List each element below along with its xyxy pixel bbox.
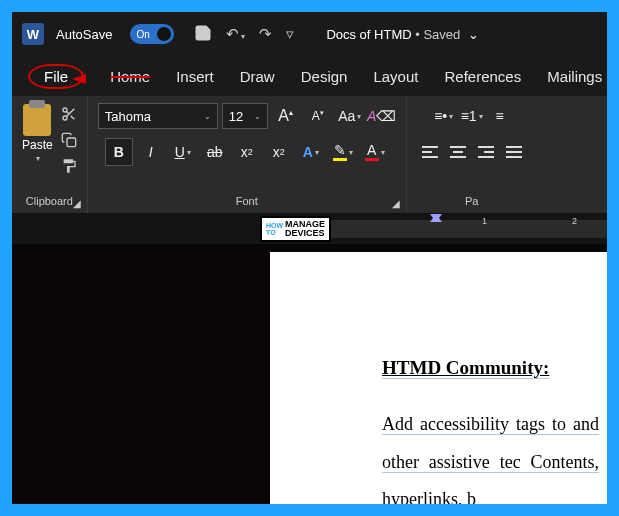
doc-body: Add accessibility tags to and other assi… (382, 406, 599, 504)
grow-font-button[interactable]: A▴ (272, 102, 300, 130)
group-clipboard: Paste ▾ Clipboard ◢ (12, 96, 87, 213)
redo-icon[interactable]: ↷ (259, 25, 272, 43)
strikethrough-button[interactable]: ab (201, 138, 229, 166)
ruler-number: 2 (572, 216, 577, 226)
text-effects-button[interactable]: A▾ (297, 138, 325, 166)
autosave-state: On (136, 29, 149, 40)
document-title[interactable]: Docs of HTMD • Saved ⌄ (326, 27, 479, 42)
svg-point-1 (63, 116, 67, 120)
toggle-knob (157, 27, 171, 41)
chevron-down-icon: ⌄ (254, 112, 261, 121)
htmd-logo: HOW TO MANAGE DEVICES (260, 216, 331, 242)
navigation-pane (12, 244, 270, 504)
format-painter-icon[interactable] (61, 158, 77, 174)
autosave-toggle[interactable]: On (130, 24, 174, 44)
dialog-launcher-icon[interactable]: ◢ (392, 198, 400, 209)
font-size-value: 12 (229, 109, 243, 124)
paragraph-group-label: Pa (465, 195, 478, 211)
tab-design[interactable]: Design (301, 68, 348, 85)
chevron-down-icon: ▾ (36, 154, 40, 163)
clear-formatting-button[interactable]: A⌫ (368, 102, 396, 130)
font-name-value: Tahoma (105, 109, 151, 124)
shrink-font-button[interactable]: A▾ (304, 102, 332, 130)
clipboard-icon (23, 104, 51, 136)
autosave-label: AutoSave (56, 27, 112, 42)
font-name-select[interactable]: Tahoma ⌄ (98, 103, 218, 129)
doc-status: Saved (423, 27, 460, 42)
align-right-button[interactable] (473, 138, 499, 166)
italic-button[interactable]: I (137, 138, 165, 166)
svg-point-0 (63, 108, 67, 112)
align-center-button[interactable] (445, 138, 471, 166)
chevron-down-icon: ⌄ (204, 112, 211, 121)
clipboard-group-label: Clipboard (26, 195, 73, 211)
ruler[interactable]: HOW TO MANAGE DEVICES 1 2 (12, 214, 607, 244)
doc-name: Docs of HTMD (326, 27, 411, 42)
subscript-button[interactable]: x2 (233, 138, 261, 166)
group-paragraph: ≡•▾ ≡1▾ ≡ Pa (406, 96, 537, 213)
font-group-label: Font (236, 195, 258, 211)
annotation-arrow-icon (72, 74, 86, 84)
change-case-button[interactable]: Aa▾ (336, 102, 364, 130)
font-color-button[interactable]: A▾ (361, 138, 389, 166)
word-app-icon: W (22, 23, 44, 45)
multilevel-button[interactable]: ≡ (487, 102, 513, 130)
document-page[interactable]: HTMD Community: Add accessibility tags t… (270, 252, 607, 504)
highlight-button[interactable]: ✎▾ (329, 138, 357, 166)
word-window: W AutoSave On ↶▾ ↷ ▿ Docs of HTMD • Save… (12, 12, 607, 504)
group-font: Tahoma ⌄ 12 ⌄ A▴ A▾ Aa▾ A⌫ B I U▾ ab x2 … (87, 96, 406, 213)
tab-home[interactable]: Home (110, 68, 150, 85)
save-icon[interactable] (194, 24, 212, 45)
svg-rect-5 (67, 138, 76, 147)
paste-label: Paste (22, 138, 53, 152)
undo-icon[interactable]: ↶▾ (226, 25, 245, 43)
svg-line-3 (70, 116, 74, 120)
superscript-button[interactable]: x2 (265, 138, 293, 166)
numbering-button[interactable]: ≡1▾ (459, 102, 485, 130)
tab-insert[interactable]: Insert (176, 68, 214, 85)
doc-heading: HTMD Community: (382, 357, 549, 379)
bold-button[interactable]: B (105, 138, 133, 166)
tab-layout[interactable]: Layout (373, 68, 418, 85)
quick-access-toolbar: ↶▾ ↷ ▿ (194, 24, 294, 45)
tab-mailings[interactable]: Mailings (547, 68, 602, 85)
tab-references[interactable]: References (444, 68, 521, 85)
underline-button[interactable]: U▾ (169, 138, 197, 166)
ribbon: Paste ▾ Clipboard ◢ (12, 96, 607, 214)
bullets-button[interactable]: ≡•▾ (431, 102, 457, 130)
align-left-button[interactable] (417, 138, 443, 166)
ruler-number: 1 (482, 216, 487, 226)
dialog-launcher-icon[interactable]: ◢ (73, 198, 81, 209)
qat-customize-icon[interactable]: ▿ (286, 25, 294, 43)
title-bar: W AutoSave On ↶▾ ↷ ▿ Docs of HTMD • Save… (12, 12, 607, 56)
chevron-down-icon: ⌄ (468, 27, 479, 42)
document-area: HTMD Community: Add accessibility tags t… (12, 244, 607, 504)
ribbon-tabs: File Home Insert Draw Design Layout Refe… (12, 56, 607, 96)
font-size-select[interactable]: 12 ⌄ (222, 103, 268, 129)
cut-icon[interactable] (61, 106, 77, 122)
svg-line-4 (66, 111, 69, 114)
justify-button[interactable] (501, 138, 527, 166)
hanging-indent-icon[interactable] (430, 214, 442, 222)
tab-draw[interactable]: Draw (240, 68, 275, 85)
paste-button[interactable]: Paste ▾ (22, 102, 53, 174)
copy-icon[interactable] (61, 132, 77, 148)
